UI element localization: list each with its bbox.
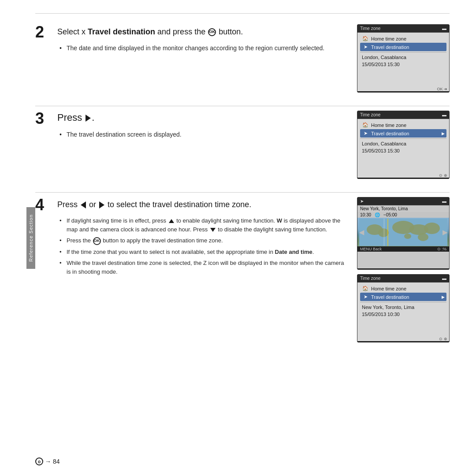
step2-divider [360,52,446,52]
step2-screen-titlebar: Time zone ▬ [357,25,449,33]
step4-screen2-row1: 🏠 Home time zone [360,284,446,293]
step2-left: 2 Select x Travel destination and press … [35,24,348,93]
step3-row1-icon: 🏠 [362,122,369,128]
step3-number: 3 [35,111,53,126]
step2-location: London, Casablanca [360,53,446,61]
step4-map-titlebar: ➤ ▬ [357,197,449,205]
left-arrow-icon [81,201,86,208]
step4-screen2-row1-label: Home time zone [371,286,406,291]
footer-dash: → [45,458,51,465]
step3-bullet1: The travel destination screen is display… [60,130,348,139]
svg-point-6 [404,234,411,239]
world-map-svg [359,219,447,246]
step2-screen: Time zone ▬ 🏠 Home time zone ➤ Travel de… [357,24,450,93]
step2-header: 2 Select x Travel destination and press … [35,24,348,40]
step2-row2: ➤ Travel destination [360,43,446,51]
step4-title-or: or [87,200,98,209]
svg-point-5 [424,223,440,234]
page-number: 84 [53,458,60,465]
step2-right: Time zone ▬ 🏠 Home time zone ➤ Travel de… [357,24,450,93]
step3-row2-icon: ➤ [362,130,369,136]
step4-right: ➤ ▬ New York, Toronto, Lima 10:30 🌐 −05:… [357,197,450,342]
step2-title-prefix: Select x [57,27,88,36]
step2-row2-icon: ➤ [362,44,369,50]
step3-title: Press . [57,111,94,124]
ok-icon2: OK [93,237,101,245]
step4-map-bar-icon: ▬ [442,199,446,204]
step4-map-footer-left: MENU Back [360,247,382,251]
ok-icon: OK [208,28,216,36]
step3-title-prefix: Press [57,112,85,123]
step4-title-prefix: Press [57,200,80,209]
step3-title-suffix: . [92,112,94,123]
step4-map-body: New York, Toronto, Lima 10:30 🌐 −05:00 [357,205,449,268]
step4-screen2-row1-icon: 🏠 [362,286,369,291]
step4-map-footer: MENU Back ⊙ :% [357,246,449,252]
step4-screen2-icon: ▬ [442,276,446,281]
step4-number: 4 [35,197,53,213]
step3-location: London, Casablanca [360,140,446,148]
footer-icon1: o [35,457,43,465]
divider2 [35,192,450,193]
svg-rect-8 [383,219,385,246]
step4-row2-arrow: ▶ [442,295,445,299]
step3-left: 3 Press . The travel destination screen … [35,111,348,179]
step3-screen-body: 🏠 Home time zone ➤ Travel destination ▶ … [357,119,449,178]
svg-point-7 [418,233,428,241]
step4-location: New York, Toronto, Lima [360,303,446,311]
step4-screen2-body: 🏠 Home time zone ➤ Travel destination ▶ … [357,283,449,341]
step2-footer: OK ➜ [437,87,447,91]
right-arrow-icon2 [99,201,104,208]
step4-divider [360,302,446,302]
step4-map-location: New York, Toronto, Lima [357,205,449,212]
step2-row1-icon: 🏠 [362,36,369,41]
step2-section: 2 Select x Travel destination and press … [35,24,450,93]
top-divider [35,13,450,14]
step2-datetime: 15/05/2013 15:30 [360,61,446,67]
step3-screen-icon: ▬ [442,112,446,117]
step2-row2-label: Travel destination [371,45,409,50]
step2-title-suffix: and press the [155,27,208,36]
step4-map-info: 10:30 🌐 −05:00 [357,212,449,218]
step2-title: Select x Travel destination and press th… [57,24,243,37]
step2-title-bold: Travel destination [88,27,155,36]
step4-title-end: to select the travel destination time zo… [105,200,251,209]
step3-bullets: The travel destination screen is display… [60,130,348,139]
step4-map-screen: ➤ ▬ New York, Toronto, Lima 10:30 🌐 −05:… [357,197,450,270]
step4-bullet3-bold: Date and time [275,249,312,255]
right-arrow-icon [86,115,91,122]
step4-section: 4 Press or to select the travel destinat… [35,197,450,342]
step4-map-footer-right: ⊙ :% [437,247,446,251]
reference-sidebar-label: Reference Section [28,214,33,262]
step3-screen-title: Time zone [360,112,380,117]
step3-row2-label: Travel destination [371,131,409,136]
step3-datetime: 15/05/2013 15:30 [360,148,446,154]
step4-map-offset: −05:00 [383,212,397,217]
step2-title-end: button. [216,27,243,36]
step4-bullets: If daylight saving time is in effect, pr… [60,216,348,276]
step4-title: Press or to select the travel destinatio… [57,197,251,210]
step2-bullet1: The date and time displayed in the monit… [60,44,348,53]
step4-header: 4 Press or to select the travel destinat… [35,197,348,213]
step3-section: 3 Press . The travel destination screen … [35,111,450,179]
page-container: 2 Select x Travel destination and press … [0,0,476,476]
step4-bullet2: Press the OK button to apply the travel … [60,236,348,245]
step4-bullet3: If the time zone that you want to select… [60,248,348,257]
step4-map-globe: 🌐 [375,212,380,217]
page-footer: o → 84 [35,457,60,465]
step3-row1: 🏠 Home time zone [360,121,446,129]
step4-bullet4: While the travel destination time zone i… [60,259,348,276]
step2-number: 2 [35,24,53,40]
step4-map-title-icon: ➤ [360,199,364,204]
step4-screen2: Time zone ▬ 🏠 Home time zone ➤ Travel de… [357,274,450,342]
step4-screen2-title: Time zone [360,276,380,281]
step4-screen2-row2: ➤ Travel destination ▶ [360,293,446,301]
step3-right: Time zone ▬ 🏠 Home time zone ➤ Travel de… [357,111,450,179]
step3-divider [360,138,446,139]
step2-row1: 🏠 Home time zone [360,34,446,43]
step4-datetime: 15/05/2013 10:30 [360,311,446,317]
step2-screen-title: Time zone [360,26,380,31]
up-arrow-icon [169,219,174,223]
step2-bullets: The date and time displayed in the monit… [60,44,348,53]
step4-map-time: 10:30 [360,212,371,217]
